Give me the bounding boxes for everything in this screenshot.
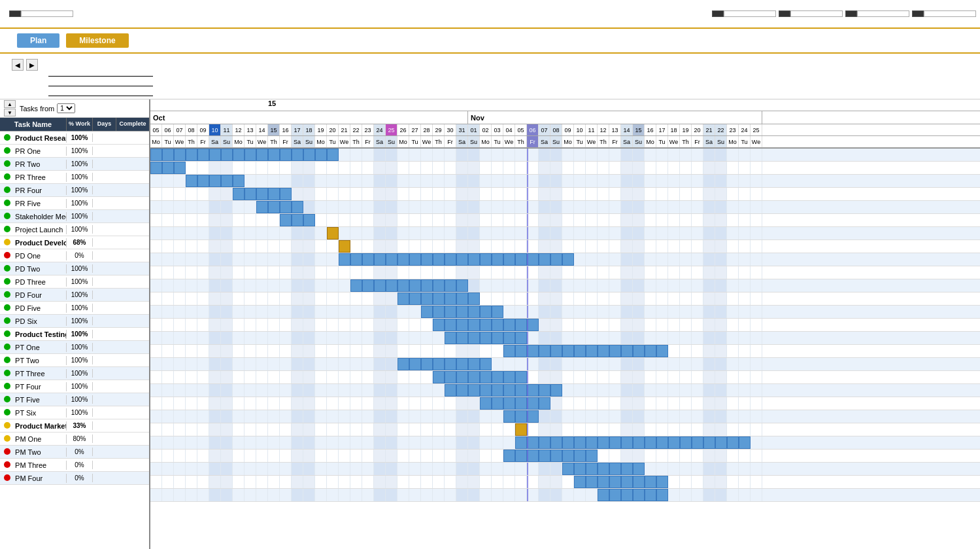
gantt-cell (445, 371, 456, 383)
gantt-cell (503, 188, 515, 200)
gantt-cell (515, 489, 527, 501)
gantt-cell (209, 201, 221, 213)
gantt-cell (339, 463, 350, 475)
gantt-cell (621, 279, 633, 292)
day-num-cell: 04 (503, 124, 515, 135)
filter-type-value[interactable] (21, 10, 73, 17)
gantt-cell (503, 476, 515, 488)
gantt-cell (268, 266, 280, 279)
scroll-up-button[interactable]: ▲ (4, 100, 16, 108)
date-value-ph[interactable] (48, 88, 153, 96)
gantt-cell (162, 201, 174, 213)
gantt-cell (433, 476, 445, 488)
gantt-cell (245, 423, 256, 436)
gantt-row (150, 397, 980, 410)
gantt-cell (186, 214, 197, 226)
gantt-cell (209, 214, 221, 226)
gantt-cell (362, 319, 374, 331)
gantt-cell (692, 227, 703, 239)
gantt-cell (315, 214, 327, 226)
gantt-cell (421, 384, 433, 397)
gantt-cell (515, 175, 527, 187)
gantt-cell (268, 410, 280, 423)
gantt-cell (374, 450, 386, 462)
task-dot (4, 239, 10, 245)
scroll-down-button[interactable]: ▼ (4, 109, 16, 116)
gantt-cell (751, 266, 762, 279)
gantt-cell (221, 227, 233, 239)
gantt-cell (209, 463, 221, 475)
gantt-cell (633, 384, 645, 397)
gantt-cell (680, 397, 692, 410)
gantt-cell (233, 162, 245, 174)
gantt-cell (715, 306, 727, 318)
period-value[interactable] (857, 10, 909, 17)
dow-cell: Su (468, 136, 480, 147)
gantt-cell (609, 410, 621, 423)
tasks-from-select[interactable]: 1 (57, 103, 75, 113)
gantt-cell (492, 266, 503, 279)
gantt-cell (492, 489, 503, 501)
gantt-cell (656, 214, 668, 226)
gantt-cell (221, 201, 233, 213)
next-date-button[interactable]: ▶ (26, 59, 38, 71)
gantt-cell (586, 450, 598, 462)
dow-cell: Mo (727, 136, 739, 147)
gantt-cell (562, 214, 574, 226)
colors-value[interactable] (790, 10, 843, 17)
gantt-cell (386, 240, 397, 253)
gantt-cell (680, 384, 692, 397)
gantt-cell (715, 489, 727, 501)
date-key (912, 10, 924, 17)
gantt-cell (339, 489, 350, 501)
gantt-cell (245, 201, 256, 213)
gantt-cell (221, 214, 233, 226)
dow-cell: Sa (703, 136, 715, 147)
gantt-cell (468, 384, 480, 397)
date-value[interactable] (924, 10, 976, 17)
gantt-cell (550, 410, 562, 423)
gantt-cell (574, 319, 586, 331)
task-header: Task Name % Work Days Complete (0, 118, 149, 132)
gantt-cell (727, 162, 739, 174)
gantt-cell (268, 279, 280, 292)
gantt-cell (362, 253, 374, 266)
gantt-cell (598, 227, 609, 239)
gantt-cell (174, 345, 186, 357)
gantt-cell (492, 358, 503, 370)
gantt-cell (492, 319, 503, 331)
gantt-cell (680, 423, 692, 436)
gantt-cell (221, 162, 233, 174)
gantt-cell (609, 423, 621, 436)
gantt-cell (751, 292, 762, 305)
gantt-cell (280, 227, 292, 239)
gantt-cell (539, 436, 550, 449)
gantt-cell (197, 292, 209, 305)
gantt-cell (445, 436, 456, 449)
gantt-cell (656, 162, 668, 174)
gantt-cell (680, 214, 692, 226)
gantt-cell (445, 397, 456, 410)
gantt-cell (539, 149, 550, 161)
gantt-cell (162, 253, 174, 266)
gantt-cell (739, 463, 751, 475)
gantt-cell (245, 371, 256, 383)
gantt-cell (445, 240, 456, 253)
gantt-cell (656, 188, 668, 200)
gantt-cell (656, 384, 668, 397)
manager-value[interactable] (48, 78, 153, 86)
gantt-cell (350, 201, 362, 213)
gantt-cell (245, 188, 256, 200)
view-value[interactable] (724, 10, 776, 17)
gantt-cell (397, 240, 409, 253)
task-name: PM Three (15, 461, 46, 469)
gantt-cell (645, 384, 656, 397)
gantt-cell (327, 266, 339, 279)
gantt-cell (350, 463, 362, 475)
gantt-cell (386, 384, 397, 397)
gantt-cell (609, 371, 621, 383)
gantt-cell (715, 175, 727, 187)
prev-date-button[interactable]: ◀ (12, 59, 24, 71)
gantt-cell (397, 423, 409, 436)
gantt-cell (492, 227, 503, 239)
